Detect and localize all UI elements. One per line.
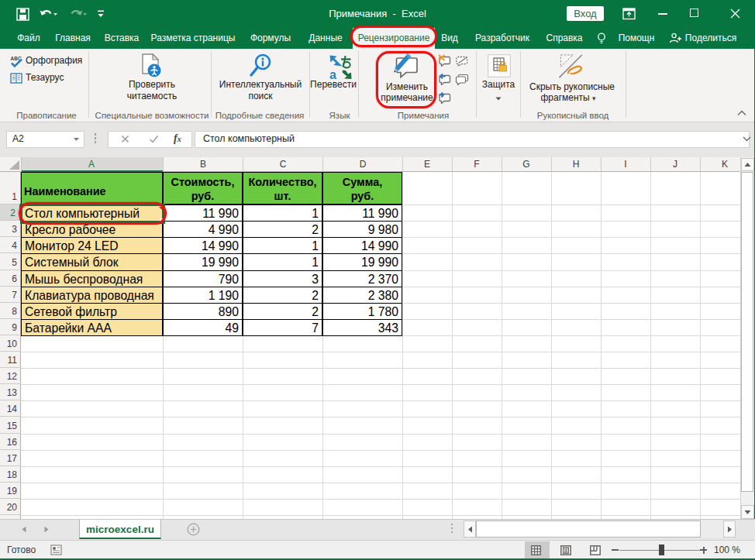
svg-text:a: a [329,68,336,80]
